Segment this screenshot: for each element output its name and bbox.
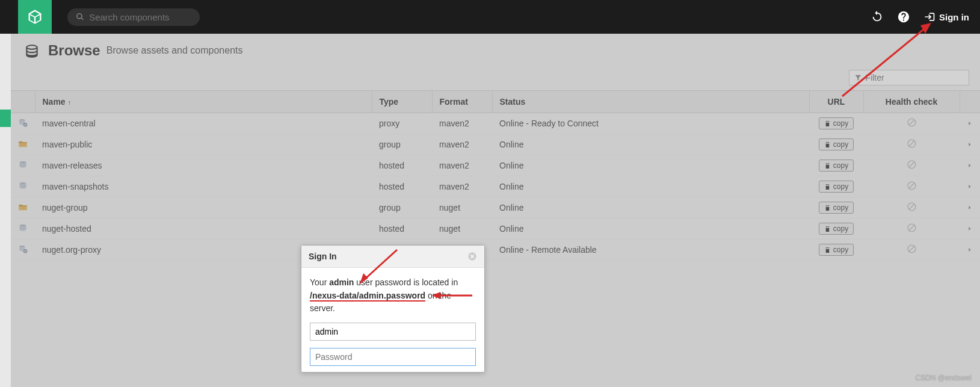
password-field[interactable]	[310, 348, 476, 366]
table-row[interactable]: maven-central proxy maven2 Online - Read…	[11, 113, 980, 134]
svg-line-9	[909, 162, 914, 167]
watermark: CSDN @endswel	[915, 374, 972, 382]
repo-name: maven-public	[35, 134, 372, 155]
signin-label: Sign in	[939, 12, 969, 22]
logo[interactable]	[18, 0, 52, 34]
repo-format: maven2	[432, 176, 492, 197]
health-icon	[863, 155, 960, 176]
repo-type: group	[372, 134, 432, 155]
table-row[interactable]: nuget.org-proxy proxy nuget Online - Rem…	[11, 240, 980, 261]
top-bar: Sign in	[0, 0, 980, 34]
repo-name: nuget-group	[35, 197, 372, 218]
repo-type: group	[372, 197, 432, 218]
modal-message: Your admin user password is located in /…	[310, 276, 476, 315]
search-icon	[76, 12, 84, 22]
col-type[interactable]: Type	[372, 91, 432, 113]
cube-icon	[26, 8, 43, 25]
table-row[interactable]: maven-releases hosted maven2 Online copy	[11, 155, 980, 176]
repo-type: hosted	[372, 218, 432, 240]
svg-line-3	[909, 120, 914, 125]
svg-line-13	[909, 183, 914, 188]
copy-button[interactable]: copy	[819, 181, 854, 193]
repo-format: maven2	[432, 155, 492, 176]
repo-name: maven-central	[35, 113, 372, 134]
signin-icon	[923, 11, 935, 23]
repo-type-icon	[11, 155, 35, 176]
svg-line-5	[909, 141, 914, 146]
repo-format: maven2	[432, 113, 492, 134]
chevron-right-icon[interactable]	[960, 197, 980, 218]
search-input[interactable]	[89, 12, 191, 22]
health-icon	[863, 134, 960, 155]
sidebar-accent	[0, 110, 11, 127]
repo-type-icon	[11, 134, 35, 155]
col-format[interactable]: Format	[432, 91, 492, 113]
chevron-right-icon[interactable]	[960, 240, 980, 261]
signin-button[interactable]: Sign in	[923, 11, 969, 23]
repo-format: maven2	[432, 134, 492, 155]
health-icon	[863, 218, 960, 240]
repo-type-icon	[11, 176, 35, 197]
repo-status: Online	[492, 155, 809, 176]
chevron-right-icon[interactable]	[960, 155, 980, 176]
repo-format: nuget	[432, 218, 492, 240]
repo-name: nuget-hosted	[35, 218, 372, 240]
repo-type-icon	[11, 197, 35, 218]
table-row[interactable]: nuget-hosted hosted nuget Online copy	[11, 218, 980, 240]
repo-table: Name↑ Type Format Status URL Health chec…	[11, 90, 980, 261]
col-name[interactable]: Name↑	[35, 91, 372, 113]
table-row[interactable]: maven-public group maven2 Online copy	[11, 134, 980, 155]
svg-line-23	[909, 246, 914, 252]
page-title: Browse	[48, 42, 100, 59]
chevron-right-icon[interactable]	[960, 113, 980, 134]
copy-button[interactable]: copy	[819, 223, 854, 235]
signin-modal: Sign In Your admin user password is loca…	[301, 245, 485, 373]
copy-button[interactable]: copy	[819, 159, 854, 172]
chevron-right-icon[interactable]	[960, 176, 980, 197]
svg-line-15	[909, 204, 914, 209]
modal-title: Sign In	[309, 252, 337, 261]
col-status[interactable]: Status	[492, 91, 809, 113]
search-box[interactable]	[67, 8, 200, 26]
repo-status: Online	[492, 134, 809, 155]
svg-line-19	[909, 225, 914, 231]
filter-box[interactable]	[849, 70, 969, 85]
repo-status: Online - Remote Available	[492, 240, 809, 261]
database-icon	[24, 43, 40, 59]
repo-type: proxy	[372, 113, 432, 134]
health-icon	[863, 176, 960, 197]
col-health[interactable]: Health check	[863, 91, 960, 113]
health-icon	[863, 197, 960, 218]
repo-status: Online - Ready to Connect	[492, 113, 809, 134]
table-row[interactable]: nuget-group group nuget Online copy	[11, 197, 980, 218]
copy-button[interactable]: copy	[819, 117, 854, 129]
help-icon[interactable]	[897, 10, 910, 23]
repo-status: Online	[492, 176, 809, 197]
username-field[interactable]	[310, 323, 476, 341]
repo-type: hosted	[372, 176, 432, 197]
close-icon[interactable]	[467, 252, 477, 261]
page-subtitle: Browse assets and components	[106, 45, 243, 56]
repo-name: maven-snapshots	[35, 176, 372, 197]
refresh-icon[interactable]	[871, 10, 884, 23]
sidebar-strip	[0, 34, 11, 387]
health-icon	[863, 113, 960, 134]
health-icon	[863, 240, 960, 261]
chevron-right-icon[interactable]	[960, 218, 980, 240]
repo-type-icon	[11, 218, 35, 240]
chevron-right-icon[interactable]	[960, 134, 980, 155]
repo-type-icon	[11, 113, 35, 134]
filter-icon	[854, 73, 862, 82]
filter-input[interactable]	[866, 73, 964, 82]
table-row[interactable]: maven-snapshots hosted maven2 Online cop…	[11, 176, 980, 197]
copy-button[interactable]: copy	[819, 138, 854, 150]
repo-status: Online	[492, 218, 809, 240]
col-url[interactable]: URL	[809, 91, 863, 113]
repo-format: nuget	[432, 197, 492, 218]
copy-button[interactable]: copy	[819, 202, 854, 214]
repo-name: maven-releases	[35, 155, 372, 176]
repo-type-icon	[11, 240, 35, 261]
repo-status: Online	[492, 197, 809, 218]
copy-button[interactable]: copy	[819, 244, 854, 256]
repo-type: hosted	[372, 155, 432, 176]
